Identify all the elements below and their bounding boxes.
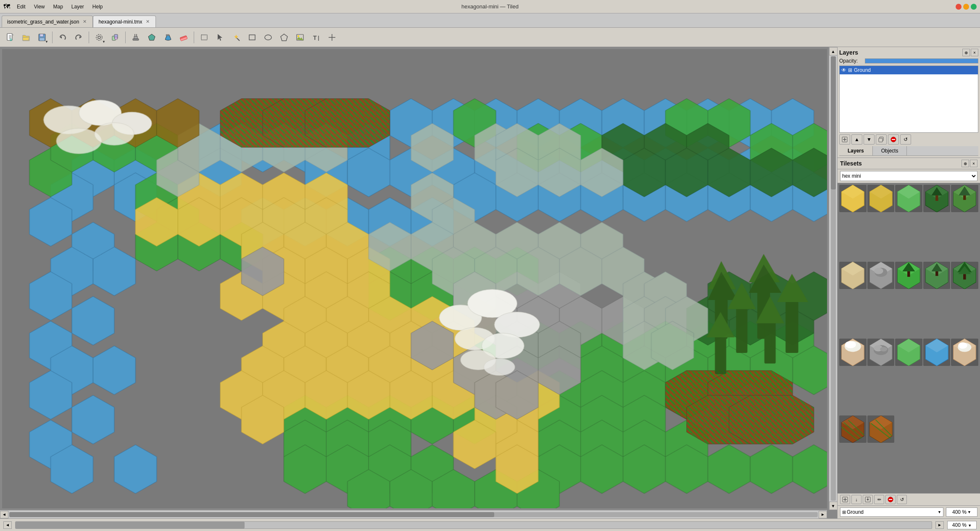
layer-item-ground[interactable]: 👁 ⊞ Ground: [840, 66, 978, 74]
tile-green[interactable]: [895, 185, 922, 212]
tab-hexagonal-close[interactable]: ✕: [145, 19, 150, 25]
hscroll-right-arrow[interactable]: ►: [819, 511, 827, 518]
tile-dark-green[interactable]: [923, 185, 951, 212]
tile-green3[interactable]: [895, 339, 922, 366]
tile-sand[interactable]: [839, 262, 867, 289]
zoom-percent-display[interactable]: 400 % ▼: [947, 521, 977, 529]
panel-tabs: Layers Objects: [839, 146, 978, 156]
refresh-tileset-button[interactable]: ↺: [897, 495, 907, 504]
move-down-button[interactable]: ▼: [864, 134, 875, 145]
menu-layer[interactable]: Layer: [67, 3, 88, 11]
export-tileset-button[interactable]: [863, 495, 873, 504]
move-up-button[interactable]: ▲: [851, 134, 862, 145]
maximize-window-button[interactable]: [971, 4, 977, 10]
wand-button[interactable]: [229, 30, 244, 45]
undo-button[interactable]: [55, 30, 70, 45]
cursor-button[interactable]: [213, 30, 228, 45]
polygon-button[interactable]: [277, 30, 292, 45]
tile-yellow[interactable]: [839, 185, 867, 212]
tilesets-collapse-button[interactable]: ×: [970, 160, 977, 167]
tile-blue[interactable]: [923, 339, 951, 366]
sel-rect-button[interactable]: [245, 30, 260, 45]
vertical-scrollbar[interactable]: ▲ ▼: [829, 47, 837, 510]
duplicate-layer-button[interactable]: [876, 134, 887, 145]
statusbar-right-arrow[interactable]: ►: [935, 521, 944, 529]
redo-button[interactable]: [71, 30, 86, 45]
minimize-window-button[interactable]: [963, 4, 969, 10]
tile-green-iso[interactable]: [895, 262, 922, 289]
vscroll-thumb[interactable]: [831, 56, 836, 189]
hscroll-thumb[interactable]: [9, 512, 494, 517]
tile-rock2[interactable]: [867, 339, 895, 366]
tile-pattern1[interactable]: [839, 415, 867, 443]
tab-hexagonal-label: hexagonal-mini.tmx: [98, 19, 142, 25]
svg-rect-105: [907, 271, 910, 277]
tab-isometric-close[interactable]: ✕: [82, 19, 87, 25]
bottom-zoom-display[interactable]: 400 % ▼: [946, 507, 977, 517]
bucket-button[interactable]: [160, 30, 175, 45]
remove-tileset-button[interactable]: [885, 495, 896, 504]
tab-hexagonal[interactable]: hexagonal-mini.tmx ✕: [93, 16, 156, 27]
horizontal-scrollbar[interactable]: ◄ ►: [0, 510, 827, 518]
statusbar-left-arrow[interactable]: ◄: [3, 521, 12, 529]
plugins-button[interactable]: [108, 30, 123, 45]
tab-objects[interactable]: Objects: [873, 146, 907, 155]
menu-help[interactable]: Help: [88, 3, 107, 11]
vscroll-up-arrow[interactable]: ▲: [829, 47, 838, 55]
stamp-button[interactable]: [128, 30, 143, 45]
layers-panel-controls: ⊕ ×: [962, 49, 978, 56]
save-button[interactable]: ▼: [34, 30, 50, 45]
tile-rock-iso[interactable]: [867, 262, 895, 289]
bottom-layer-select[interactable]: ⊞ Ground ▼: [840, 507, 943, 517]
edit-tileset-button[interactable]: ✏: [874, 495, 884, 504]
add-tileset-button[interactable]: [840, 495, 850, 504]
ellipse-button[interactable]: [261, 30, 276, 45]
settings-button[interactable]: ▼: [92, 30, 107, 45]
opacity-slider[interactable]: [865, 58, 978, 63]
layers-collapse-button[interactable]: ×: [971, 49, 978, 56]
hex-map-svg[interactable]: [2, 49, 827, 508]
tileset-selector[interactable]: hex mini: [840, 171, 977, 181]
image-button[interactable]: [292, 30, 308, 45]
tile-grass-iso[interactable]: [923, 262, 951, 289]
tile-snow[interactable]: [839, 339, 867, 366]
hscroll-left-arrow[interactable]: ◄: [0, 511, 8, 518]
menu-edit[interactable]: Edit: [13, 3, 30, 11]
opacity-label: Opacity:: [839, 58, 862, 64]
svg-point-123: [880, 347, 887, 351]
import-tileset-button[interactable]: ↓: [851, 495, 861, 504]
close-window-button[interactable]: [956, 4, 962, 10]
statusbar-hscroll[interactable]: [15, 521, 932, 529]
svg-rect-114: [963, 274, 966, 279]
refresh-layer-button[interactable]: ↺: [900, 134, 911, 145]
svg-rect-109: [935, 271, 938, 276]
text-button[interactable]: T: [308, 30, 324, 45]
tile-yellow2[interactable]: [867, 185, 895, 212]
svg-marker-20: [148, 34, 155, 40]
tile-med-green[interactable]: [951, 185, 978, 212]
terrain-button[interactable]: [144, 30, 159, 45]
tab-isometric[interactable]: isometric_grass_and_water.json ✕: [2, 16, 93, 27]
right-bottom-bar: ⊞ Ground ▼ 400 % ▼: [838, 505, 980, 518]
layers-expand-button[interactable]: ⊕: [962, 49, 970, 56]
svg-marker-4: [12, 34, 14, 35]
tile-pattern2[interactable]: [867, 415, 895, 443]
map-canvas[interactable]: [2, 49, 827, 508]
add-layer-button[interactable]: [839, 134, 850, 145]
tilesets-controls: ⊕ ×: [962, 160, 977, 167]
tile-forest-iso[interactable]: [951, 262, 978, 289]
eraser-button[interactable]: [176, 30, 191, 45]
tile-snow2[interactable]: [951, 339, 978, 366]
statusbar-scroll-thumb[interactable]: [16, 522, 245, 528]
tilesets-expand-button[interactable]: ⊕: [962, 160, 969, 167]
remove-layer-button[interactable]: [888, 134, 899, 145]
menu-view[interactable]: View: [30, 3, 49, 11]
layer-visibility-icon[interactable]: 👁: [841, 67, 846, 73]
tab-layers[interactable]: Layers: [839, 146, 873, 155]
open-button[interactable]: [18, 30, 34, 45]
vscroll-down-arrow[interactable]: ▼: [829, 502, 838, 510]
point-button[interactable]: [324, 30, 340, 45]
new-button[interactable]: [3, 30, 18, 45]
rect-button[interactable]: [197, 30, 212, 45]
menu-map[interactable]: Map: [49, 3, 67, 11]
